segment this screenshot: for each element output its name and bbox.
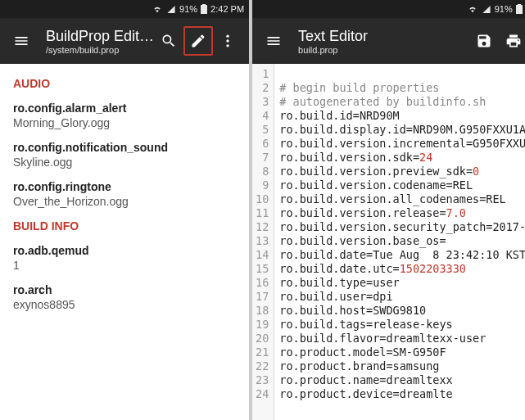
- code-line[interactable]: ro.build.version.incremental=G950FXXU1AQ…: [279, 137, 525, 151]
- code-area[interactable]: # begin build properties# autogenerated …: [274, 64, 525, 420]
- code-line[interactable]: # begin build properties: [279, 81, 525, 95]
- property-item[interactable]: ro.config.alarm_alertMorning_Glory.ogg: [13, 102, 236, 129]
- property-value: Over_the_Horizon.ogg: [13, 195, 236, 208]
- code-line[interactable]: ro.build.tags=release-keys: [279, 318, 525, 332]
- battery-icon: [516, 4, 523, 14]
- code-line[interactable]: ro.build.version.base_os=: [279, 234, 525, 248]
- property-value: Skyline.ogg: [13, 156, 236, 169]
- code-line[interactable]: ro.build.date=Tue Aug 8 23:42:10 KST 201…: [279, 248, 525, 262]
- save-button[interactable]: [469, 26, 499, 56]
- property-key: ro.adb.qemud: [13, 244, 236, 257]
- app-subtitle: /system/build.prop: [46, 45, 154, 55]
- code-line[interactable]: ro.build.user=dpi: [279, 290, 525, 304]
- battery-icon: [201, 4, 207, 14]
- code-line[interactable]: ro.build.display.id=NRD90M.G950FXXU1AQH3: [279, 123, 525, 137]
- code-line[interactable]: ro.build.version.codename=REL: [279, 178, 525, 192]
- app-bar: Text Editor build.prop: [252, 18, 525, 64]
- signal-icon: [166, 5, 176, 14]
- code-line[interactable]: ro.build.version.security_patch=2017-08-…: [279, 220, 525, 234]
- svg-rect-4: [517, 6, 522, 13]
- code-line[interactable]: ro.product.name=dreamltexx: [279, 373, 525, 387]
- overflow-menu-button[interactable]: [213, 26, 242, 56]
- code-line[interactable]: ro.build.host=SWDG9810: [279, 304, 525, 318]
- clock-text: 2:42 PM: [210, 4, 244, 14]
- code-line[interactable]: [279, 67, 525, 81]
- property-key: ro.config.notification_sound: [13, 141, 236, 154]
- line-gutter: 123456789101112131415161718192021222324: [252, 64, 274, 420]
- code-line[interactable]: ro.build.type=user: [279, 276, 525, 290]
- app-bar: BuildProp Edit… /system/build.prop: [0, 18, 249, 64]
- code-line[interactable]: ro.build.id=NRD90M: [279, 109, 525, 123]
- section-header: BUILD INFO: [13, 219, 236, 233]
- search-button[interactable]: [154, 26, 183, 56]
- battery-percent: 91%: [495, 4, 513, 14]
- buildprop-editor-pane: 91% 2:42 PM BuildProp Edit… /system/buil…: [0, 0, 252, 420]
- svg-point-3: [226, 44, 229, 47]
- status-bar: 91% 2:42 PM: [252, 0, 525, 18]
- wifi-icon: [152, 5, 163, 14]
- property-value: Morning_Glory.ogg: [13, 116, 236, 129]
- section-header: AUDIO: [13, 77, 236, 90]
- svg-rect-0: [201, 6, 206, 13]
- code-line[interactable]: ro.build.version.preview_sdk=0: [279, 165, 525, 178]
- print-button[interactable]: [499, 26, 525, 56]
- svg-point-1: [226, 35, 229, 38]
- code-line[interactable]: ro.product.model=SM-G950F: [279, 345, 525, 359]
- app-subtitle: build.prop: [298, 45, 469, 55]
- property-key: ro.config.alarm_alert: [13, 102, 236, 115]
- menu-button[interactable]: [7, 26, 36, 56]
- code-line[interactable]: ro.build.flavor=dreamltexx-user: [279, 332, 525, 345]
- property-value: exynos8895: [13, 298, 236, 311]
- menu-button[interactable]: [259, 26, 288, 56]
- app-title: Text Editor: [298, 28, 469, 45]
- status-bar: 91% 2:42 PM: [0, 0, 249, 18]
- svg-point-2: [226, 39, 229, 42]
- code-line[interactable]: ro.build.version.all_codenames=REL: [279, 192, 525, 206]
- edit-button[interactable]: [183, 26, 213, 56]
- property-item[interactable]: ro.config.ringtoneOver_the_Horizon.ogg: [13, 180, 236, 208]
- app-title: BuildProp Edit…: [46, 28, 154, 45]
- property-item[interactable]: ro.config.notification_soundSkyline.ogg: [13, 141, 236, 169]
- code-editor[interactable]: 123456789101112131415161718192021222324 …: [252, 64, 525, 420]
- code-line[interactable]: ro.build.version.release=7.0: [279, 206, 525, 220]
- battery-percent: 91%: [179, 4, 197, 14]
- code-line[interactable]: ro.build.version.sdk=24: [279, 151, 525, 165]
- wifi-icon: [467, 5, 478, 14]
- property-list[interactable]: AUDIOro.config.alarm_alertMorning_Glory.…: [0, 64, 249, 420]
- code-line[interactable]: ro.build.date.utc=1502203330: [279, 262, 525, 276]
- code-line[interactable]: ro.product.brand=samsung: [279, 359, 525, 373]
- property-item[interactable]: ro.adb.qemud1: [13, 244, 236, 272]
- property-item[interactable]: ro.archexynos8895: [13, 283, 236, 311]
- text-editor-pane: 91% 2:42 PM Text Editor build.prop 12345…: [252, 0, 525, 420]
- code-line[interactable]: # autogenerated by buildinfo.sh: [279, 95, 525, 109]
- property-key: ro.arch: [13, 283, 236, 296]
- property-value: 1: [13, 259, 236, 272]
- property-key: ro.config.ringtone: [13, 180, 236, 193]
- signal-icon: [482, 5, 491, 14]
- code-line[interactable]: ro.product.device=dreamlte: [279, 387, 525, 401]
